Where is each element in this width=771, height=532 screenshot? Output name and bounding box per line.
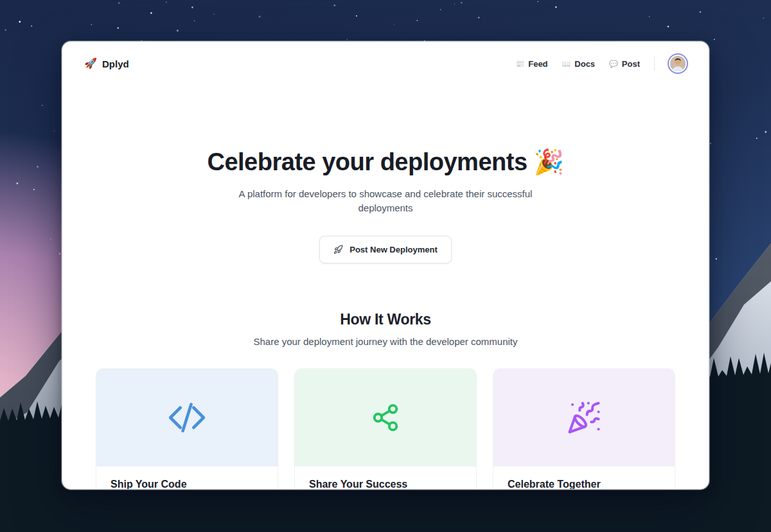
docs-icon: 📖 [562,60,571,67]
nav-item-feed[interactable]: 📰 Feed [515,59,547,69]
party-emoji: 🎉 [534,148,564,175]
code-icon [167,398,207,438]
how-it-works-section: How It Works Share your deployment journ… [62,311,709,490]
page-title: Celebrate your deployments 🎉 [62,147,709,177]
nav-item-label: Docs [574,59,595,69]
nav-item-label: Post [622,59,640,69]
section-title: How It Works [62,311,709,328]
app-window: 🚀 Dplyd 📰 Feed 📖 Docs 💬 Post [62,41,709,490]
card-body: Ship Your Code [96,466,278,490]
app-header: 🚀 Dplyd 📰 Feed 📖 Docs 💬 Post [62,42,709,85]
card-share-your-success[interactable]: Share Your Success [295,369,476,490]
post-new-deployment-button[interactable]: Post New Deployment [319,236,452,263]
user-avatar[interactable] [669,55,687,73]
card-title: Celebrate Together [508,478,660,490]
card-media [493,369,675,466]
card-ship-your-code[interactable]: Ship Your Code [96,369,278,490]
rocket-logo-icon: 🚀 [84,58,97,69]
card-body: Share Your Success [295,466,476,490]
card-media [96,369,278,466]
party-popper-icon [567,400,601,435]
nav-item-docs[interactable]: 📖 Docs [562,59,596,69]
feed-icon: 📰 [515,60,524,67]
nav-divider [654,57,655,71]
brand[interactable]: 🚀 Dplyd [84,58,129,69]
header-nav: 📰 Feed 📖 Docs 💬 Post [515,55,687,73]
card-title: Ship Your Code [111,478,263,490]
cta-label: Post New Deployment [350,245,438,254]
hero-section: Celebrate your deployments 🎉 A platform … [62,85,709,263]
nav-item-post[interactable]: 💬 Post [609,59,640,69]
section-subtitle: Share your deployment journey with the d… [62,336,709,347]
card-title: Share Your Success [309,478,462,490]
avatar-photo [670,56,686,71]
card-celebrate-together[interactable]: Celebrate Together [493,369,675,490]
hero-subtitle: A platform for developers to showcase an… [233,187,538,215]
post-icon: 💬 [609,60,618,67]
brand-name: Dplyd [102,58,129,69]
card-body: Celebrate Together [493,466,675,490]
rocket-icon [333,245,343,254]
share-icon [371,403,400,432]
feature-cards: Ship Your Code Share Your Success [96,369,675,490]
nav-item-label: Feed [528,59,547,69]
card-media [295,369,476,466]
